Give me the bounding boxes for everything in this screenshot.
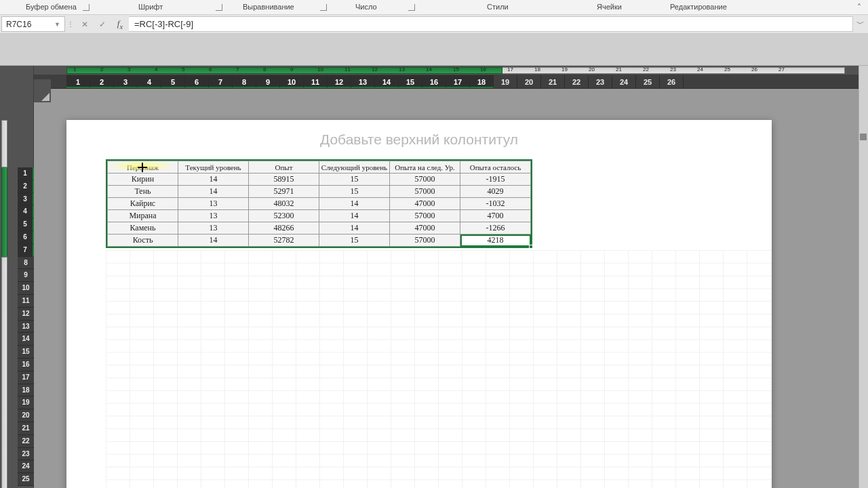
table-cell[interactable]: 15 bbox=[319, 174, 390, 186]
dialog-launcher-icon[interactable] bbox=[83, 4, 90, 11]
table-header-cell[interactable]: Опыта на след. Ур. bbox=[390, 161, 460, 174]
column-header[interactable]: 3 bbox=[114, 75, 138, 88]
page-header-placeholder[interactable]: Добавьте верхний колонтитул bbox=[66, 120, 772, 159]
table-cell[interactable]: 47000 bbox=[390, 222, 460, 235]
column-header[interactable]: 7 bbox=[209, 75, 233, 88]
table-header-cell[interactable]: Опыта осталось bbox=[460, 161, 531, 174]
table-cell[interactable]: 52782 bbox=[249, 235, 319, 247]
row-header[interactable]: 14 bbox=[18, 333, 34, 346]
name-box[interactable]: R7C16 ▼ bbox=[1, 16, 65, 32]
row-header[interactable]: 6 bbox=[18, 231, 34, 244]
table-cell[interactable]: 14 bbox=[319, 210, 390, 222]
name-box-dropdown-icon[interactable]: ▼ bbox=[54, 21, 60, 28]
row-header[interactable]: 13 bbox=[18, 321, 34, 333]
column-header[interactable]: 25 bbox=[636, 75, 660, 88]
table-row[interactable]: Тень145297115570004029 bbox=[108, 186, 531, 198]
column-header[interactable]: 22 bbox=[565, 75, 589, 88]
row-header[interactable]: 12 bbox=[18, 308, 34, 321]
row-header[interactable]: 15 bbox=[18, 346, 34, 359]
table-row[interactable]: Мирана135230014570004700 bbox=[108, 210, 531, 222]
column-header[interactable]: 6 bbox=[185, 75, 209, 88]
column-header[interactable]: 17 bbox=[446, 75, 470, 88]
column-header[interactable]: 10 bbox=[280, 75, 304, 88]
column-header[interactable]: 26 bbox=[660, 75, 684, 88]
dialog-launcher-icon[interactable] bbox=[320, 4, 327, 11]
row-header[interactable]: 22 bbox=[18, 435, 34, 448]
column-header[interactable]: 9 bbox=[256, 75, 280, 88]
column-header[interactable]: 14 bbox=[375, 75, 399, 88]
table-row[interactable]: Кирин14589151557000-1915 bbox=[108, 174, 531, 186]
table-header-cell[interactable]: Текущий уровень bbox=[178, 161, 249, 174]
scroll-up-icon[interactable] bbox=[860, 134, 867, 140]
table-cell[interactable]: 58915 bbox=[249, 174, 319, 186]
column-header[interactable]: 16 bbox=[422, 75, 446, 88]
row-header[interactable]: 18 bbox=[18, 384, 34, 397]
table-cell[interactable]: 57000 bbox=[390, 186, 460, 198]
row-header[interactable]: 9 bbox=[18, 269, 34, 282]
row-header[interactable]: 24 bbox=[18, 460, 34, 473]
column-header[interactable]: 1 bbox=[66, 75, 90, 88]
row-header[interactable]: 2 bbox=[18, 180, 34, 193]
table-cell[interactable]: 52971 bbox=[249, 186, 319, 198]
table-cell[interactable]: 4700 bbox=[460, 210, 531, 222]
table-cell[interactable]: 47000 bbox=[390, 198, 460, 210]
select-all-triangle[interactable] bbox=[34, 79, 51, 102]
table-cell[interactable]: 14 bbox=[178, 186, 249, 198]
column-header[interactable]: 5 bbox=[161, 75, 185, 88]
row-header[interactable]: 4 bbox=[18, 205, 34, 218]
column-header[interactable]: 11 bbox=[304, 75, 328, 88]
row-header[interactable]: 21 bbox=[18, 422, 34, 435]
column-header[interactable]: 24 bbox=[612, 75, 636, 88]
column-headers[interactable]: 1234567891011121314151617181920212223242… bbox=[34, 75, 859, 89]
table-cell[interactable]: 13 bbox=[178, 222, 249, 235]
table-cell[interactable]: 52300 bbox=[249, 210, 319, 222]
table-cell[interactable]: 13 bbox=[178, 198, 249, 210]
data-table[interactable]: ПерсонажТекущий уровеньОпытСледующий уро… bbox=[106, 159, 532, 248]
table-cell[interactable]: 48266 bbox=[249, 222, 319, 235]
table-cell[interactable]: -1032 bbox=[460, 198, 531, 210]
table-cell[interactable]: -1915 bbox=[460, 174, 531, 186]
empty-cells-grid[interactable] bbox=[106, 250, 772, 488]
table-cell[interactable]: 57000 bbox=[390, 210, 460, 222]
row-header[interactable]: 10 bbox=[18, 282, 34, 295]
column-header[interactable]: 2 bbox=[90, 75, 114, 88]
table-cell[interactable]: Мирана bbox=[108, 210, 178, 222]
page[interactable]: Добавьте верхний колонтитул ПерсонажТеку… bbox=[66, 120, 772, 488]
row-header[interactable]: 23 bbox=[18, 448, 34, 461]
row-header[interactable]: 1 bbox=[18, 167, 34, 180]
row-header[interactable]: 8 bbox=[18, 257, 34, 270]
table-cell[interactable]: -1266 bbox=[460, 222, 531, 235]
column-header[interactable]: 20 bbox=[517, 75, 541, 88]
row-header[interactable]: 20 bbox=[18, 409, 34, 422]
table-cell[interactable]: Камень bbox=[108, 222, 178, 235]
row-header[interactable]: 17 bbox=[18, 371, 34, 384]
insert-function-button[interactable]: fx bbox=[111, 15, 129, 33]
row-header[interactable]: 19 bbox=[18, 396, 34, 409]
table-cell[interactable]: 14 bbox=[319, 198, 390, 210]
table-header-cell[interactable]: Следующий уровень bbox=[319, 161, 390, 174]
formula-input[interactable]: =RC[-3]-RC[-9] bbox=[129, 16, 853, 32]
table-cell[interactable]: Кость bbox=[108, 235, 178, 247]
column-header[interactable]: 8 bbox=[233, 75, 256, 88]
collapse-ribbon-chevron[interactable]: ˄ bbox=[854, 3, 864, 12]
column-header[interactable]: 23 bbox=[589, 75, 612, 88]
column-header[interactable]: 12 bbox=[328, 75, 351, 88]
table-cell[interactable]: Кайрис bbox=[108, 198, 178, 210]
table-row[interactable]: Камень13482661447000-1266 bbox=[108, 222, 531, 235]
column-header[interactable]: 19 bbox=[494, 75, 517, 88]
table-header-cell[interactable]: Персонаж bbox=[108, 161, 178, 174]
row-header[interactable]: 5 bbox=[18, 218, 34, 231]
column-header[interactable]: 18 bbox=[470, 75, 494, 88]
table-cell[interactable]: 48032 bbox=[249, 198, 319, 210]
column-header[interactable]: 21 bbox=[541, 75, 565, 88]
table-cell[interactable]: 14 bbox=[178, 235, 249, 247]
dialog-launcher-icon[interactable] bbox=[408, 4, 415, 11]
table-cell[interactable]: 57000 bbox=[390, 235, 460, 247]
vertical-scrollbar[interactable] bbox=[859, 66, 868, 488]
table-row[interactable]: Кость145278215570004218 bbox=[108, 235, 531, 247]
table-cell[interactable]: 57000 bbox=[390, 174, 460, 186]
table-cell[interactable]: 15 bbox=[319, 235, 390, 247]
row-header[interactable]: 11 bbox=[18, 295, 34, 308]
table-cell[interactable]: Тень bbox=[108, 186, 178, 198]
table-cell[interactable]: 4218 bbox=[460, 235, 531, 247]
